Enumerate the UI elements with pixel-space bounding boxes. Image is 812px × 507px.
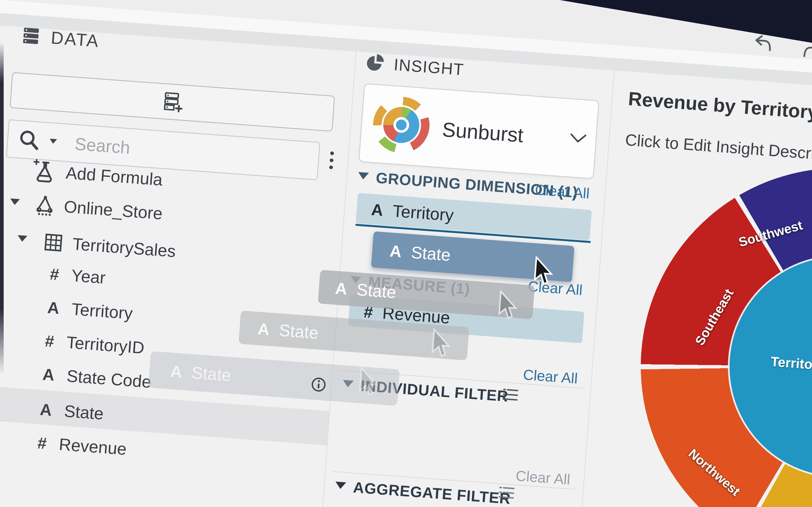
screen: DATA Search Add Formula [0,0,812,507]
measure-glyph: # [44,331,55,351]
field-row-territoryid[interactable]: # TerritoryID [44,331,145,358]
field-row-state-code[interactable]: A State Code [42,364,152,392]
grouping-clear-all[interactable]: Clear All [535,181,591,202]
chip-label: Territory [392,201,454,225]
chip-label: State [410,242,451,265]
field-label: Year [71,266,106,288]
aggregate-clear-all[interactable]: Clear All [515,467,571,488]
dimension-glyph: A [47,298,60,318]
search-placeholder[interactable]: Search [74,134,131,158]
tree-item-online-store[interactable]: Online_Store [33,193,163,224]
sunburst-chart-icon [371,95,432,155]
tree-item-territorysales[interactable]: TerritorySales [43,232,176,261]
mouse-cursor-trail [429,328,452,359]
data-panel-title: DATA [50,27,100,51]
dimension-glyph: A [257,319,270,339]
section-caret-icon[interactable] [358,172,369,180]
field-row-territory[interactable]: A Territory [47,297,133,323]
collapse-caret-icon[interactable] [17,235,28,242]
search-scope-caret-icon[interactable] [49,138,57,144]
field-label: Revenue [58,435,128,459]
pie-chart-icon [366,53,385,73]
field-row-revenue[interactable]: # Revenue [37,433,128,459]
flask-plus-icon [32,157,58,185]
redo-icon[interactable] [802,40,812,60]
section-caret-icon[interactable] [335,482,346,490]
dimension-glyph: A [371,200,384,219]
dimension-glyph: A [335,278,348,298]
dimension-glyph: A [170,361,183,381]
field-label: State [63,401,104,424]
mouse-cursor [532,256,555,287]
mouse-cursor-trail [496,290,519,321]
tree-item-label: TerritorySales [72,234,176,261]
ghost-label: State [191,363,232,385]
measure-glyph: # [37,433,47,453]
list-icon[interactable] [501,386,519,403]
undo-icon[interactable] [752,33,772,53]
chevron-down-icon[interactable] [569,133,587,144]
collapse-caret-icon[interactable] [10,199,20,205]
database-stack-icon [21,26,41,46]
panel-menu-kebab-icon[interactable] [329,148,334,173]
app-canvas: DATA Search Add Formula [0,0,812,507]
individual-clear-all[interactable]: Clear All [522,366,578,387]
dimension-glyph: A [389,241,402,261]
measure-glyph: # [49,265,60,284]
info-icon[interactable] [310,377,327,393]
list-icon[interactable] [498,485,516,501]
add-formula-label: Add Formula [65,163,163,189]
field-label: TerritoryID [66,333,145,358]
model-hierarchy-icon [33,193,56,216]
dimension-glyph: A [42,365,55,385]
field-label: State Code [66,366,152,392]
mouse-cursor-trail [357,367,379,398]
tree-item-label: Online_Store [63,196,163,223]
field-label: Territory [71,299,133,323]
insight-description[interactable]: Click to Edit Insight Description [624,130,812,165]
magnifier-icon[interactable] [17,128,42,153]
ghost-label: State [278,320,319,342]
ghost-label: State [356,280,397,302]
table-grid-icon [43,232,64,252]
screen-bezel-edge [0,42,4,375]
field-row-year[interactable]: # Year [49,264,106,288]
database-plus-icon [161,91,185,115]
dimension-glyph: A [40,400,53,419]
insight-chart-title[interactable]: Revenue by Territory [627,87,812,123]
